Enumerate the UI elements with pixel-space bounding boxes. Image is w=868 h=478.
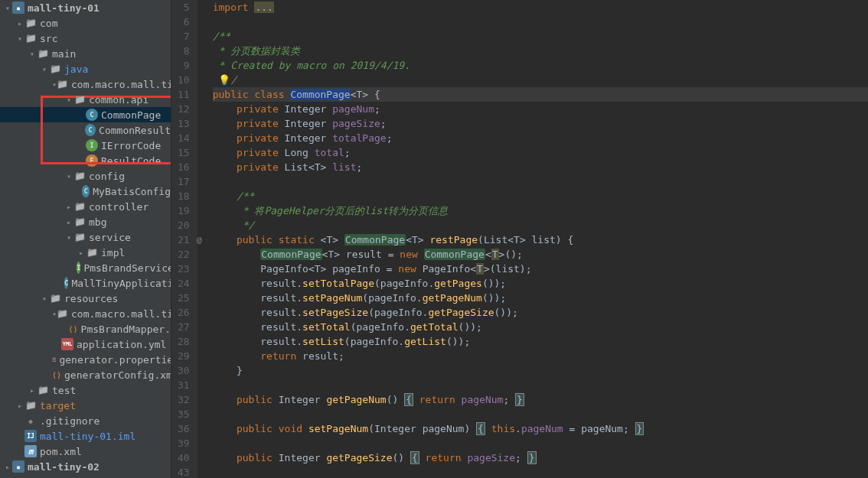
project-tree[interactable]: mall-tiny-01comsrcmainjavacom.macro.mall… <box>0 0 171 478</box>
tree-item-label: com.macro.mall.tiny.m <box>71 308 171 320</box>
code-line[interactable]: * 分页数据封装类 <box>213 44 868 58</box>
tree-item-application-yml[interactable]: application.yml <box>0 337 171 352</box>
tree-item-service[interactable]: service <box>0 229 171 245</box>
tree-item-test[interactable]: test <box>0 382 171 398</box>
expand-arrow-icon[interactable] <box>64 96 73 104</box>
code-line[interactable]: private Integer pageNum; <box>213 102 868 116</box>
tree-item-config[interactable]: config <box>0 168 171 184</box>
module-icon <box>12 2 24 14</box>
expand-arrow-icon[interactable] <box>3 4 12 12</box>
code-line[interactable]: public static <T> CommonPage<T> restPage… <box>213 232 868 247</box>
tree-item-resultcode[interactable]: ResultCode <box>0 153 171 168</box>
code-line[interactable] <box>213 436 868 450</box>
tree-item-mall-tiny-02[interactable]: mall-tiny-02 <box>0 459 171 474</box>
tree-item-generator-properties[interactable]: generator.properties <box>0 352 171 367</box>
tree-item-generatorconfig-xml[interactable]: generatorConfig.xml <box>0 367 171 382</box>
code-line[interactable] <box>213 378 868 392</box>
code-editor[interactable]: 56789101112131415161718192021@2223242526… <box>171 0 868 478</box>
tree-item-label: ResultCode <box>101 155 161 167</box>
code-line[interactable]: } <box>213 363 868 378</box>
tree-item-impl[interactable]: impl <box>0 245 171 260</box>
code-line[interactable]: result.setPageSize(pageInfo.getPageSize(… <box>213 305 868 320</box>
code-content[interactable]: import .../** * 分页数据封装类 * Created by mac… <box>197 0 868 478</box>
code-token: (pageInfo. <box>362 292 422 304</box>
code-line[interactable] <box>213 407 868 421</box>
expand-arrow-icon[interactable] <box>77 249 86 257</box>
expand-arrow-icon[interactable] <box>28 386 37 395</box>
code-token: Integer <box>279 452 327 463</box>
expand-arrow-icon[interactable] <box>3 463 12 471</box>
tree-item-com-macro-mall-tiny[interactable]: com.macro.mall.tiny <box>0 76 171 92</box>
tree-item-common-api[interactable]: common.api <box>0 92 171 107</box>
tree-item-com[interactable]: com <box>0 15 171 31</box>
tree-item-src[interactable]: src <box>0 31 171 46</box>
code-line[interactable]: public Integer getPageSize() { return pa… <box>213 450 868 465</box>
code-line[interactable] <box>213 174 868 189</box>
folder-icon <box>73 93 86 106</box>
code-line[interactable]: */ <box>213 218 868 232</box>
expand-arrow-icon[interactable] <box>28 50 37 58</box>
code-line[interactable]: 💡/ <box>213 73 868 87</box>
code-line[interactable]: return result; <box>213 349 868 363</box>
code-token: PageInfo <box>423 263 471 275</box>
code-line[interactable]: private Long total; <box>213 145 868 160</box>
code-token: restPage <box>429 234 478 246</box>
expand-arrow-icon[interactable] <box>64 233 73 242</box>
tree-item-com-macro-mall-tiny-m[interactable]: com.macro.mall.tiny.m <box>0 306 171 321</box>
tree-item-mall-tiny-01[interactable]: mall-tiny-01 <box>0 0 171 15</box>
code-line[interactable]: /** <box>213 189 868 203</box>
tree-item-mybatisconfig[interactable]: MyBatisConfig <box>0 184 171 199</box>
class-c-icon <box>86 109 98 121</box>
code-line[interactable]: private Integer pageSize; <box>213 116 868 131</box>
tree-item-resources[interactable]: resources <box>0 291 171 306</box>
tree-item-mbg[interactable]: mbg <box>0 214 171 229</box>
tree-item-commonpage[interactable]: CommonPage <box>0 107 171 122</box>
expand-arrow-icon[interactable] <box>15 402 24 410</box>
code-line[interactable]: public void setPageNum(Integer pageNum) … <box>213 421 868 436</box>
tree-item--gitignore[interactable]: .gitignore <box>0 413 171 428</box>
line-number: 19 <box>178 203 190 218</box>
expand-arrow-icon[interactable] <box>64 203 73 211</box>
code-line[interactable] <box>213 15 868 29</box>
tree-item-target[interactable]: target <box>0 398 171 413</box>
expand-arrow-icon[interactable] <box>64 218 73 226</box>
code-token: = pageNum; <box>563 423 635 434</box>
code-line[interactable]: public Integer getPageNum() { return pag… <box>213 392 868 407</box>
code-token <box>213 249 261 260</box>
tree-item-controller[interactable]: controller <box>0 199 171 214</box>
code-line[interactable]: private Integer totalPage; <box>213 131 868 145</box>
tree-item-mall-tiny-01-iml[interactable]: mall-tiny-01.iml <box>0 428 171 444</box>
tree-item-java[interactable]: java <box>0 61 171 76</box>
code-line[interactable] <box>213 465 868 478</box>
code-line[interactable]: /** <box>213 29 868 44</box>
folder-icon <box>24 32 37 44</box>
code-line[interactable]: import ... <box>213 0 868 15</box>
expand-arrow-icon[interactable] <box>64 172 73 180</box>
expand-arrow-icon[interactable] <box>15 19 24 28</box>
code-line[interactable]: result.setTotalPage(pageInfo.getPages())… <box>213 276 868 291</box>
code-token: ()); <box>482 278 506 289</box>
tree-item-malltinyapplication[interactable]: MallTinyApplication <box>0 275 171 291</box>
expand-arrow-icon[interactable] <box>40 294 49 303</box>
code-line[interactable]: result.setPageNum(pageInfo.getPageNum())… <box>213 291 868 305</box>
expand-arrow-icon[interactable] <box>15 34 24 43</box>
folder-icon <box>24 399 37 411</box>
line-number: 7 <box>178 29 190 44</box>
code-line[interactable]: * Created by macro on 2019/4/19. <box>213 58 868 73</box>
expand-arrow-icon[interactable] <box>40 65 49 73</box>
code-line[interactable]: result.setList(pageInfo.getList()); <box>213 334 868 349</box>
tree-item-pom-xml[interactable]: pom.xml <box>0 444 171 459</box>
tree-item-pmsbrandmapper-[interactable]: PmsBrandMapper. <box>0 321 171 337</box>
tree-item-pmsbrandservice[interactable]: PmsBrandService <box>0 260 171 275</box>
tree-item-commonresult[interactable]: CommonResult <box>0 122 171 138</box>
code-line[interactable]: PageInfo<T> pageInfo = new PageInfo<T>(l… <box>213 262 868 276</box>
folder-icon <box>49 63 61 75</box>
tree-item-main[interactable]: main <box>0 46 171 61</box>
code-token: getPageNum <box>326 394 386 405</box>
code-line[interactable]: * 将PageHelper分页后的list转为分页信息 <box>213 203 868 218</box>
code-line[interactable]: public class CommonPage<T> { <box>213 87 868 102</box>
tree-item-ierrorcode[interactable]: IErrorCode <box>0 138 171 153</box>
code-line[interactable]: CommonPage<T> result = new CommonPage<T>… <box>213 247 868 262</box>
code-line[interactable]: private List<T> list; <box>213 160 868 174</box>
code-line[interactable]: result.setTotal(pageInfo.getTotal()); <box>213 320 868 334</box>
